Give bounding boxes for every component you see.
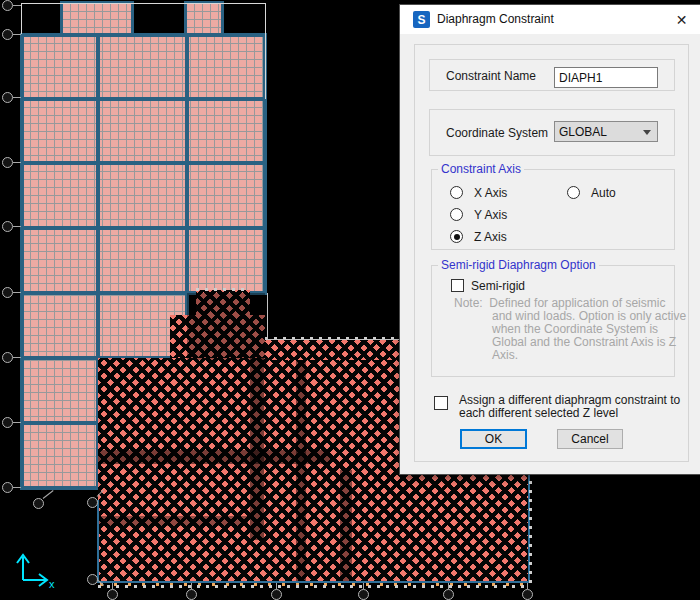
beam-line <box>20 421 100 425</box>
constraint-axis-group: Constraint Axis X Axis Auto Y Axis Z Axi… <box>431 169 675 250</box>
beam-line <box>20 97 267 101</box>
grid-bubble-leader <box>13 487 21 488</box>
radio-x-axis[interactable] <box>450 186 463 199</box>
semi-rigid-note: Note: Defined for application of seismic… <box>454 297 686 362</box>
grid-bubble <box>2 352 13 363</box>
selection-zigzag-edge <box>196 288 250 291</box>
app-icon: S <box>413 11 430 28</box>
radio-z-axis-label[interactable]: Z Axis <box>474 230 507 244</box>
semi-rigid-checkbox-label[interactable]: Semi-rigid <box>471 279 525 293</box>
chevron-down-icon <box>643 130 651 135</box>
grid-bubble <box>107 589 118 600</box>
mesh-shade <box>250 358 264 540</box>
ok-button[interactable]: OK <box>460 429 527 449</box>
grid-bubble-leader <box>448 583 449 589</box>
diaphragm-constraint-dialog: S Diaphragm Constraint ✕ Constraint Name… <box>399 4 700 475</box>
grid-bubble-leader <box>43 490 54 499</box>
radio-y-axis-label[interactable]: Y Axis <box>474 208 507 222</box>
semi-rigid-checkbox[interactable] <box>451 279 464 292</box>
grid-bubble-leader <box>13 226 21 227</box>
slab-roof-protrusion-1 <box>62 3 133 35</box>
note-label: Note: <box>454 296 483 310</box>
note-line: Axis. <box>492 349 686 362</box>
grid-bubble <box>186 589 197 600</box>
slab-mid <box>22 295 187 360</box>
semi-rigid-group-title: Semi-rigid Diaphragm Option <box>438 258 599 272</box>
grid-bubble <box>2 221 13 232</box>
frame-outline <box>267 339 399 340</box>
close-icon[interactable]: ✕ <box>673 11 690 28</box>
grid-bubble-leader <box>13 5 21 6</box>
grid-bubble-leader <box>13 97 21 98</box>
grid-bubble <box>443 589 454 600</box>
grid-bubble-leader <box>13 357 21 358</box>
grid-bubble-leader <box>191 583 192 589</box>
axes-indicator-icon: x <box>8 548 60 592</box>
grid-bubble <box>2 157 13 168</box>
radio-y-axis[interactable] <box>450 208 463 221</box>
grid-bubble-leader <box>13 292 21 293</box>
beam-line <box>60 1 63 35</box>
roof-outline <box>21 4 22 34</box>
coordinate-system-label: Coordinate System <box>446 126 548 140</box>
constraint-axis-group-title: Constraint Axis <box>438 162 524 176</box>
grid-bubble-leader <box>13 422 21 423</box>
beam-line <box>184 1 187 35</box>
grid-bubble <box>2 287 13 298</box>
grid-bubble <box>2 417 13 428</box>
grid-bubble-leader <box>527 583 528 589</box>
cancel-button[interactable]: Cancel <box>557 429 623 449</box>
radio-auto-label[interactable]: Auto <box>591 186 616 200</box>
grid-bubble <box>522 589 533 600</box>
assign-label-line2: each different selected Z level <box>459 407 680 420</box>
grid-bubble-leader <box>363 583 364 589</box>
grid-bubble-leader <box>112 583 113 589</box>
radio-z-axis[interactable] <box>450 230 463 243</box>
constraint-name-label: Constraint Name <box>446 69 536 83</box>
beam-line <box>20 226 267 230</box>
grid-bubble <box>33 498 44 509</box>
grid-bubble <box>271 589 282 600</box>
mesh-shade <box>98 450 330 464</box>
selected-mesh-strip <box>265 340 399 360</box>
mesh-shade <box>296 360 306 583</box>
grid-bubble <box>87 497 98 508</box>
radio-auto[interactable] <box>567 186 580 199</box>
roof-outline <box>265 4 266 99</box>
coordinate-system-value: GLOBAL <box>559 125 607 139</box>
slab-roof-protrusion-2 <box>186 3 223 35</box>
dialog-titlebar[interactable]: S Diaphragm Constraint ✕ <box>400 5 700 34</box>
constraint-name-input[interactable] <box>554 67 658 88</box>
grid-bubble <box>358 589 369 600</box>
note-line: Global and the Constraint Axis is Z <box>492 336 686 349</box>
note-line: Defined for application of seismic <box>489 296 665 310</box>
beam-line <box>20 161 267 165</box>
grid-bubble-leader <box>276 583 277 589</box>
grid-bubble <box>2 29 13 40</box>
beam-line <box>20 33 267 37</box>
roof-outline <box>21 3 266 4</box>
mesh-shade <box>98 516 248 526</box>
grid-bubble-leader <box>13 34 21 35</box>
selection-zigzag-edge <box>98 585 530 588</box>
beam-line <box>131 1 134 35</box>
coordinate-system-dropdown[interactable]: GLOBAL <box>554 121 658 142</box>
mesh-shade <box>340 470 352 583</box>
radio-x-axis-label[interactable]: X Axis <box>474 186 507 200</box>
frame-outline <box>267 293 268 340</box>
mesh-edge-line <box>97 500 99 583</box>
assign-per-level-checkbox[interactable] <box>434 396 448 410</box>
beam-line <box>221 1 224 35</box>
grid-bubble <box>2 0 13 11</box>
assign-per-level-label[interactable]: Assign a different diaphragm constraint … <box>459 394 680 420</box>
grid-bubble <box>2 482 13 493</box>
grid-bubble <box>2 92 13 103</box>
dialog-title: Diaphragm Constraint <box>437 5 554 34</box>
svg-text:x: x <box>49 578 55 590</box>
semi-rigid-group: Semi-rigid Diaphragm Option Semi-rigid N… <box>431 265 675 377</box>
grid-bubble-leader <box>13 162 21 163</box>
slab-main <box>22 35 265 295</box>
mesh-shade <box>187 293 265 360</box>
beam-line <box>20 486 100 490</box>
